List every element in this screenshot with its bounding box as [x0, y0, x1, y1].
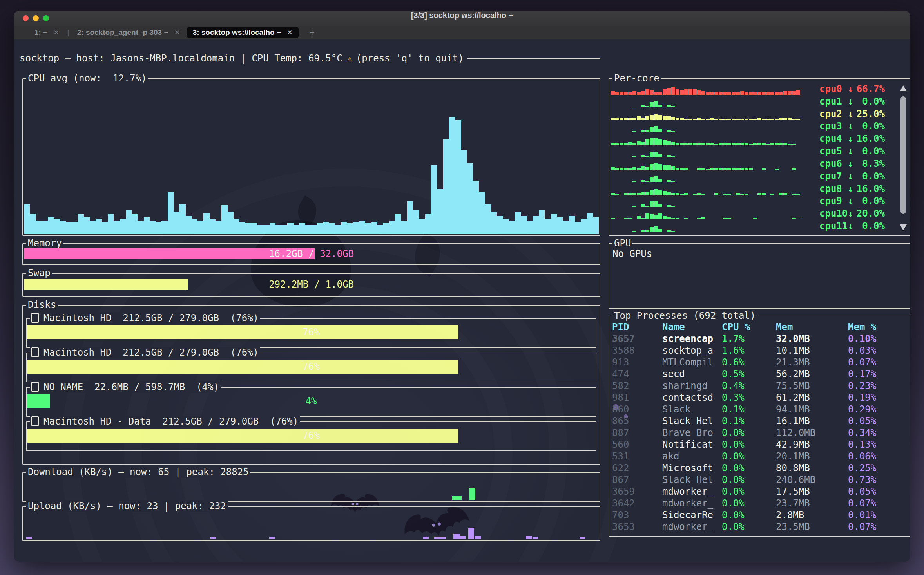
new-tab-button[interactable]: + [307, 27, 317, 38]
scroll-down-icon[interactable] [900, 224, 907, 231]
cpu-history-bar [395, 214, 401, 234]
tab-close-icon[interactable]: ✕ [53, 28, 59, 37]
tab-2[interactable]: 2: socktop_agent -p 303 ~✕ [71, 27, 187, 38]
sparkline-bar [753, 92, 757, 95]
cpu-history-bar [275, 225, 281, 234]
maximize-window-button[interactable] [43, 15, 49, 21]
process-cpu: 0.0% [722, 462, 776, 474]
process-pid: 3659 [612, 486, 662, 497]
window-title: [3/3] socktop ws://localho ~ [14, 11, 910, 20]
sparkline-bar [671, 206, 675, 207]
sparkline-bar [697, 90, 701, 95]
process-mem-pct: 0.17% [848, 368, 908, 380]
sparkline-bar [723, 218, 727, 219]
cpu-history-bar [563, 221, 569, 234]
tab-close-icon[interactable]: ✕ [174, 28, 180, 37]
sparkline-bar [706, 169, 710, 170]
sparkline-bar [645, 139, 649, 145]
terminal-screen[interactable]: socktop — host: Jasons-MBP.localdomain |… [14, 39, 910, 562]
sparkline-bar [658, 204, 662, 207]
sparkline-bar [749, 168, 753, 170]
sparkline-bar [723, 168, 727, 170]
process-name: socktop_a [662, 345, 722, 356]
cpu-history-bar [425, 214, 431, 234]
sparkline-bar [684, 119, 688, 120]
swap-panel: Swap 292.2MB / 1.0GB [22, 273, 600, 297]
process-name: contactsd [662, 392, 722, 403]
per-core-sparkline [611, 133, 815, 145]
core-label: cpu9 ↓ [819, 195, 853, 207]
sparkline-bar [684, 143, 688, 145]
gpu-panel: GPU No GPUs [609, 243, 910, 309]
cpu-history-bar [192, 219, 197, 234]
sparkline-bar [676, 118, 679, 120]
core-label: cpu0 ↓ [819, 83, 853, 95]
process-mem-pct: 0.05% [848, 415, 908, 427]
sparkline-bar [650, 152, 654, 157]
sparkline-bar [745, 168, 748, 170]
sparkline-bar [736, 92, 740, 95]
tab-1[interactable]: 1: ~✕ [28, 27, 65, 38]
process-pid: 622 [612, 462, 662, 474]
tab-close-icon[interactable]: ✕ [287, 28, 293, 37]
per-core-sparkline [611, 108, 815, 120]
process-cpu: 1.7% [722, 333, 776, 345]
sparkline-bar [611, 91, 615, 95]
sparkline-bar [654, 201, 658, 207]
tab-3[interactable]: 3: socktop ws://localho ~✕ [187, 27, 299, 38]
sparkline-bar [654, 189, 658, 195]
per-core-row: cpu10↓20.0% [611, 208, 908, 219]
process-row: 867Slack Hel0.0%240.6MB0.73% [612, 474, 908, 486]
column-cpu: CPU % [722, 321, 776, 333]
cpu-history-bar [257, 225, 263, 234]
cpu-history-bar [60, 221, 66, 234]
process-row: 560Notificat0.0%42.9MB0.13% [612, 439, 908, 450]
cpu-history-bar [581, 219, 587, 234]
cpu-history-bar [287, 223, 293, 234]
cpu-history-bar [66, 222, 72, 234]
sparkline-bar [740, 168, 744, 170]
sparkline-bar [688, 89, 692, 95]
window-titlebar[interactable]: [3/3] socktop ws://localho ~ [14, 11, 910, 26]
sparkline-bar [658, 105, 662, 107]
sparkline-bar [727, 218, 731, 219]
sparkline-bar [671, 106, 675, 107]
sparkline-bar [658, 190, 662, 195]
sparkline-bar [770, 92, 774, 95]
sparkline-bar [740, 91, 744, 95]
sparkline-bar [762, 168, 766, 170]
minimize-window-button[interactable] [33, 15, 39, 21]
header-rule [467, 58, 600, 59]
disk-title: Macintosh HD 212.5GB / 279.0GB (76%) [30, 347, 260, 358]
sparkline-bar [723, 92, 727, 95]
process-mem-pct: 0.34% [848, 427, 908, 439]
sparkline-bar [745, 194, 748, 195]
close-window-button[interactable] [23, 15, 29, 21]
cpu-history-bar [359, 221, 365, 234]
sparkline-bar [671, 218, 675, 219]
process-mem-pct: 0.10% [848, 333, 908, 345]
sparkline-bar [645, 213, 649, 219]
sparkline-bar [611, 218, 615, 219]
swap-title: Swap [26, 267, 52, 279]
sparkline-bar [611, 118, 615, 120]
disks-title: Disks [26, 299, 58, 311]
sparkline-bar [637, 141, 641, 145]
process-name: MTLCompil [662, 356, 722, 368]
core-usage-value: 0.0% [862, 220, 885, 232]
scrollbar-thumb[interactable] [900, 96, 906, 214]
disk-icon [31, 313, 39, 323]
cpu-history-bar [114, 221, 120, 234]
core-usage-value: 20.0% [857, 208, 885, 219]
cpu-history-bar [575, 222, 581, 234]
cpu-history-bar [521, 216, 527, 234]
sparkline-bar [792, 144, 796, 145]
sparkline-bar [650, 164, 654, 170]
sparkline-bar [701, 194, 705, 195]
sparkline-bar [753, 218, 757, 219]
core-usage-value: 0.0% [862, 96, 885, 107]
sparkline-bar [624, 92, 628, 95]
cpu-history-bar [551, 214, 557, 234]
scroll-up-icon[interactable] [900, 85, 907, 91]
process-cpu: 0.0% [722, 427, 776, 439]
